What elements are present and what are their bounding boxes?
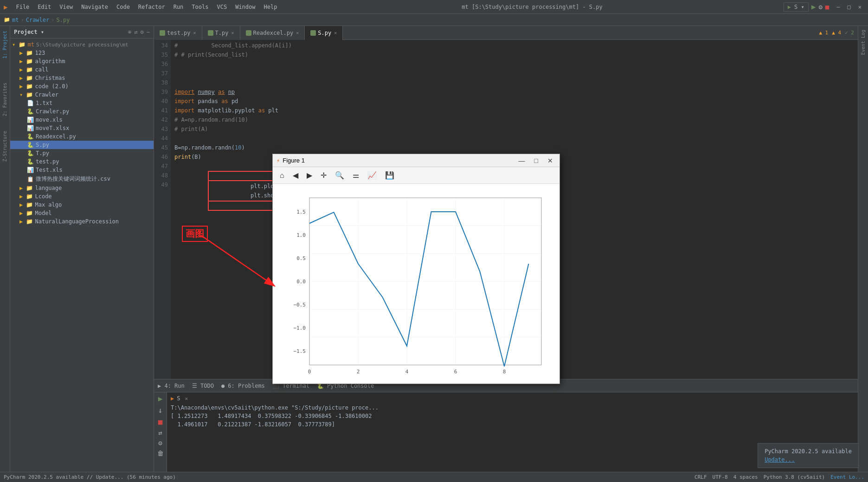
- event-log-tab[interactable]: Event Log: [860, 28, 867, 57]
- figure-app-icon: ⚡: [276, 157, 280, 164]
- fig-edit-btn[interactable]: 📈: [364, 169, 380, 182]
- figure-toolbar: ⌂ ◀ ▶ ✛ 🔍 ⚌ 📈 💾: [273, 167, 559, 184]
- fig-back-btn[interactable]: ◀: [289, 169, 302, 182]
- menu-file[interactable]: File: [12, 2, 33, 12]
- menu-navigate[interactable]: Navigate: [77, 2, 112, 12]
- tab-close-spy[interactable]: ✕: [334, 30, 337, 35]
- run-stop-icon[interactable]: ■: [158, 417, 163, 426]
- close-button[interactable]: ✕: [855, 3, 864, 11]
- menu-refactor[interactable]: Refactor: [135, 2, 169, 12]
- sync-icon[interactable]: ⇄: [134, 29, 137, 35]
- tree-item-crawlerpy[interactable]: 🐍 Crawler.py: [10, 107, 154, 116]
- right-panel: Event Log: [858, 26, 868, 472]
- status-encoding[interactable]: UTF-8: [713, 474, 728, 480]
- update-link[interactable]: Update...: [765, 456, 852, 463]
- tree-item-1txt[interactable]: 📄 1.txt: [10, 99, 154, 107]
- run-scroll-icon[interactable]: ⇄: [158, 429, 162, 436]
- run-button[interactable]: ▶: [811, 2, 816, 11]
- menu-help[interactable]: Help: [260, 2, 281, 12]
- tab-tpy[interactable]: T.py ✕: [202, 26, 240, 40]
- tab-spy[interactable]: S.py ✕: [305, 26, 343, 40]
- fig-save-btn[interactable]: 💾: [382, 169, 398, 182]
- tree-item-weibocsv[interactable]: 📋 微博热搜关键词词频统计.csv: [10, 174, 154, 184]
- fig-configure-btn[interactable]: ⚌: [349, 169, 362, 182]
- tree-item-christmas[interactable]: ▶ 📁 Christmas: [10, 74, 154, 82]
- file-tree: ▾ 📁 mt S:\Study\picture processing\mt ▶ …: [10, 39, 154, 472]
- z-structure-tab[interactable]: Z-Structure: [1, 128, 8, 164]
- tree-item-lcode[interactable]: ▶ 📁 Lcode: [10, 192, 154, 201]
- menu-code[interactable]: Code: [113, 2, 134, 12]
- run-play-icon[interactable]: ▶: [158, 394, 163, 403]
- breadcrumb: 📁 mt › Crawler › S.py: [0, 14, 868, 26]
- tree-item-algorithm[interactable]: ▶ 📁 algorithm: [10, 57, 154, 65]
- fig-home-btn[interactable]: ⌂: [276, 169, 288, 182]
- tree-item-call[interactable]: ▶ 📁 call: [10, 65, 154, 74]
- stop-button[interactable]: ■: [825, 3, 829, 11]
- tree-label-testpy: test.py: [36, 158, 59, 165]
- tree-item-spy[interactable]: 🐍 S.py: [10, 141, 154, 149]
- tab-close-tpy[interactable]: ✕: [231, 30, 234, 35]
- menu-window[interactable]: Window: [231, 2, 259, 12]
- breadcrumb-crawler[interactable]: Crawler: [26, 17, 50, 23]
- status-event-log[interactable]: Event Lo...: [830, 474, 864, 480]
- collapse-icon[interactable]: −: [147, 29, 150, 35]
- tree-item-movetxlsx[interactable]: 📊 moveT.xlsx: [10, 124, 154, 132]
- tree-item-code[interactable]: ▶ 📁 code (2.0): [10, 82, 154, 91]
- run-down-icon[interactable]: ↓: [158, 406, 163, 415]
- tree-item-model[interactable]: ▶ 📁 Model: [10, 209, 154, 217]
- tree-item-testpy[interactable]: 🐍 test.py: [10, 157, 154, 166]
- breadcrumb-mt[interactable]: mt: [12, 17, 19, 23]
- title-bar: ▶ File Edit View Navigate Code Refactor …: [0, 0, 868, 14]
- run-settings-icon[interactable]: ⚙: [158, 439, 162, 447]
- project-tab[interactable]: 1: Project: [1, 28, 8, 61]
- settings-icon[interactable]: ⚙: [141, 29, 144, 35]
- minimize-button[interactable]: —: [834, 3, 842, 11]
- py-file-icon: 🐍: [27, 142, 34, 148]
- tree-item-movexls[interactable]: 📊 move.xls: [10, 116, 154, 124]
- tree-item-readexcelpy[interactable]: 🐍 Readexcel.py: [10, 132, 154, 141]
- tree-item-testxls[interactable]: 📊 Test.xls: [10, 166, 154, 174]
- run-panel: ▶ 4: Run ☰ TODO ● 6: Problems ⬛ Terminal…: [154, 379, 858, 472]
- problems-tab[interactable]: ● 6: Problems: [218, 381, 269, 391]
- menu-edit[interactable]: Edit: [34, 2, 55, 12]
- tree-item-nlp[interactable]: ▶ 📁 NaturalLanguageProcession: [10, 217, 154, 226]
- tree-label-language: language: [35, 185, 62, 191]
- fig-zoom-btn[interactable]: 🔍: [332, 169, 347, 182]
- breadcrumb-file[interactable]: S.py: [57, 17, 70, 23]
- menu-vcs[interactable]: VCS: [213, 2, 231, 12]
- tab-readexcelpy[interactable]: Readexcel.py ✕: [240, 26, 305, 40]
- status-python[interactable]: Python 3.8 (cv5aiit): [764, 474, 825, 480]
- add-icon[interactable]: ⊕: [128, 29, 131, 35]
- tree-item-tpy[interactable]: 🐍 T.py: [10, 149, 154, 157]
- tab-close-testpy[interactable]: ✕: [193, 30, 196, 35]
- fig-forward-btn[interactable]: ▶: [303, 169, 315, 182]
- run-trash-icon[interactable]: 🗑: [157, 449, 164, 457]
- run-output-line1: [ 1.2512273 1.48917434 0.37598322 -0.339…: [171, 412, 854, 420]
- menu-view[interactable]: View: [56, 2, 77, 12]
- run-close-btn[interactable]: ✕: [185, 396, 188, 402]
- figure-maximize-btn[interactable]: □: [532, 156, 541, 165]
- menu-tools[interactable]: Tools: [188, 2, 212, 12]
- status-spaces[interactable]: 4 spaces: [733, 474, 758, 480]
- figure-close-btn[interactable]: ✕: [545, 156, 556, 165]
- tab-testpy[interactable]: test.py ✕: [154, 26, 202, 40]
- tree-item-maxalgo[interactable]: ▶ 📁 Max algo: [10, 201, 154, 209]
- favorites-tab[interactable]: 2: Favorites: [1, 80, 8, 119]
- figure-minimize-btn[interactable]: —: [516, 156, 528, 165]
- run-output: ▶ S ✕ T:\Anaconda\envs\cv5aiit\python.ex…: [167, 392, 858, 472]
- update-title: PyCharm 2020.2.5 available: [765, 448, 852, 455]
- fig-pan-btn[interactable]: ✛: [317, 169, 330, 182]
- branch-selector[interactable]: ▶ S ▾: [784, 2, 809, 12]
- settings-icon[interactable]: ⚙: [818, 3, 822, 11]
- menu-run[interactable]: Run: [170, 2, 187, 12]
- tree-item-123[interactable]: ▶ 📁 123: [10, 49, 154, 57]
- todo-tab[interactable]: ☰ TODO: [188, 381, 218, 391]
- tree-root[interactable]: ▾ 📁 mt S:\Study\picture processing\mt: [10, 40, 154, 49]
- tree-item-language[interactable]: ▶ 📁 language: [10, 184, 154, 192]
- tab-close-readexcelpy[interactable]: ✕: [296, 30, 299, 35]
- tree-item-crawler[interactable]: ▾ 📁 Crawler: [10, 91, 154, 99]
- folder-collapsed-icon: ▶ 📁: [19, 193, 33, 200]
- status-crlf[interactable]: CRLF: [694, 474, 707, 480]
- run-script-name: S: [177, 395, 180, 402]
- maximize-button[interactable]: □: [845, 3, 854, 11]
